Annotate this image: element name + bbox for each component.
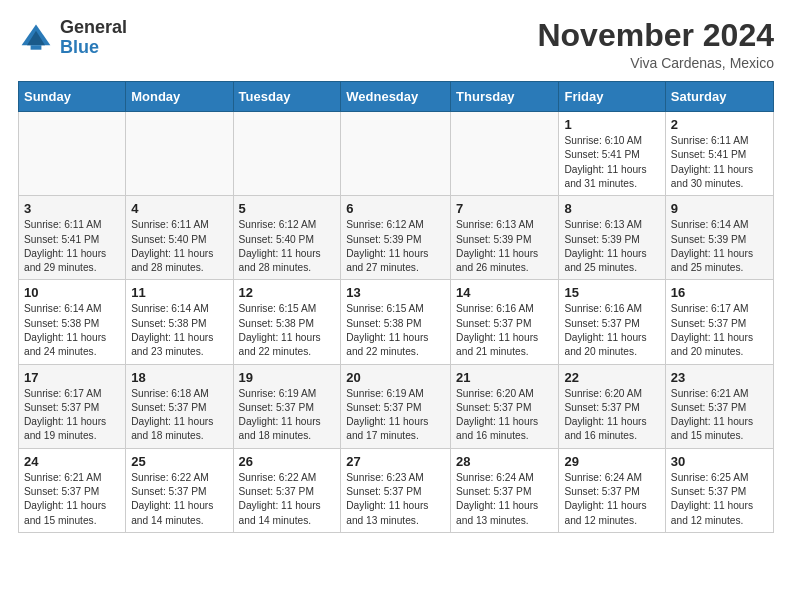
day-info: Sunrise: 6:11 AM Sunset: 5:40 PM Dayligh… [131, 218, 227, 275]
svg-rect-2 [31, 45, 42, 50]
day-cell: 21Sunrise: 6:20 AM Sunset: 5:37 PM Dayli… [451, 364, 559, 448]
day-cell: 10Sunrise: 6:14 AM Sunset: 5:38 PM Dayli… [19, 280, 126, 364]
day-cell [451, 112, 559, 196]
day-number: 30 [671, 454, 768, 469]
day-info: Sunrise: 6:15 AM Sunset: 5:38 PM Dayligh… [346, 302, 445, 359]
day-number: 19 [239, 370, 336, 385]
day-info: Sunrise: 6:20 AM Sunset: 5:37 PM Dayligh… [456, 387, 553, 444]
day-cell: 28Sunrise: 6:24 AM Sunset: 5:37 PM Dayli… [451, 448, 559, 532]
col-header-monday: Monday [126, 82, 233, 112]
day-cell: 13Sunrise: 6:15 AM Sunset: 5:38 PM Dayli… [341, 280, 451, 364]
day-info: Sunrise: 6:14 AM Sunset: 5:39 PM Dayligh… [671, 218, 768, 275]
day-info: Sunrise: 6:14 AM Sunset: 5:38 PM Dayligh… [131, 302, 227, 359]
day-cell: 18Sunrise: 6:18 AM Sunset: 5:37 PM Dayli… [126, 364, 233, 448]
day-number: 12 [239, 285, 336, 300]
day-cell: 19Sunrise: 6:19 AM Sunset: 5:37 PM Dayli… [233, 364, 341, 448]
day-info: Sunrise: 6:11 AM Sunset: 5:41 PM Dayligh… [671, 134, 768, 191]
day-info: Sunrise: 6:13 AM Sunset: 5:39 PM Dayligh… [456, 218, 553, 275]
day-number: 24 [24, 454, 120, 469]
logo-blue: Blue [60, 38, 127, 58]
day-number: 13 [346, 285, 445, 300]
day-info: Sunrise: 6:18 AM Sunset: 5:37 PM Dayligh… [131, 387, 227, 444]
day-number: 6 [346, 201, 445, 216]
day-number: 22 [564, 370, 659, 385]
day-number: 23 [671, 370, 768, 385]
day-cell: 22Sunrise: 6:20 AM Sunset: 5:37 PM Dayli… [559, 364, 665, 448]
day-info: Sunrise: 6:15 AM Sunset: 5:38 PM Dayligh… [239, 302, 336, 359]
day-cell: 17Sunrise: 6:17 AM Sunset: 5:37 PM Dayli… [19, 364, 126, 448]
day-info: Sunrise: 6:22 AM Sunset: 5:37 PM Dayligh… [131, 471, 227, 528]
day-number: 10 [24, 285, 120, 300]
calendar-header-row: SundayMondayTuesdayWednesdayThursdayFrid… [19, 82, 774, 112]
day-info: Sunrise: 6:10 AM Sunset: 5:41 PM Dayligh… [564, 134, 659, 191]
header: General Blue November 2024 Viva Cardenas… [18, 18, 774, 71]
day-cell: 4Sunrise: 6:11 AM Sunset: 5:40 PM Daylig… [126, 196, 233, 280]
day-number: 25 [131, 454, 227, 469]
day-cell: 6Sunrise: 6:12 AM Sunset: 5:39 PM Daylig… [341, 196, 451, 280]
day-number: 16 [671, 285, 768, 300]
day-cell: 15Sunrise: 6:16 AM Sunset: 5:37 PM Dayli… [559, 280, 665, 364]
col-header-sunday: Sunday [19, 82, 126, 112]
day-cell: 27Sunrise: 6:23 AM Sunset: 5:37 PM Dayli… [341, 448, 451, 532]
day-number: 11 [131, 285, 227, 300]
day-cell [19, 112, 126, 196]
day-cell [126, 112, 233, 196]
day-cell [341, 112, 451, 196]
day-cell: 5Sunrise: 6:12 AM Sunset: 5:40 PM Daylig… [233, 196, 341, 280]
day-number: 8 [564, 201, 659, 216]
logo-general: General [60, 18, 127, 38]
title-block: November 2024 Viva Cardenas, Mexico [537, 18, 774, 71]
day-info: Sunrise: 6:17 AM Sunset: 5:37 PM Dayligh… [24, 387, 120, 444]
day-info: Sunrise: 6:17 AM Sunset: 5:37 PM Dayligh… [671, 302, 768, 359]
day-cell: 9Sunrise: 6:14 AM Sunset: 5:39 PM Daylig… [665, 196, 773, 280]
day-number: 4 [131, 201, 227, 216]
day-cell: 1Sunrise: 6:10 AM Sunset: 5:41 PM Daylig… [559, 112, 665, 196]
day-number: 29 [564, 454, 659, 469]
day-number: 5 [239, 201, 336, 216]
day-info: Sunrise: 6:24 AM Sunset: 5:37 PM Dayligh… [564, 471, 659, 528]
day-cell: 26Sunrise: 6:22 AM Sunset: 5:37 PM Dayli… [233, 448, 341, 532]
day-cell: 14Sunrise: 6:16 AM Sunset: 5:37 PM Dayli… [451, 280, 559, 364]
day-number: 2 [671, 117, 768, 132]
day-cell: 29Sunrise: 6:24 AM Sunset: 5:37 PM Dayli… [559, 448, 665, 532]
col-header-thursday: Thursday [451, 82, 559, 112]
day-number: 7 [456, 201, 553, 216]
calendar: SundayMondayTuesdayWednesdayThursdayFrid… [18, 81, 774, 533]
logo: General Blue [18, 18, 127, 58]
day-cell: 12Sunrise: 6:15 AM Sunset: 5:38 PM Dayli… [233, 280, 341, 364]
day-number: 9 [671, 201, 768, 216]
day-info: Sunrise: 6:12 AM Sunset: 5:40 PM Dayligh… [239, 218, 336, 275]
day-info: Sunrise: 6:21 AM Sunset: 5:37 PM Dayligh… [24, 471, 120, 528]
week-row-2: 3Sunrise: 6:11 AM Sunset: 5:41 PM Daylig… [19, 196, 774, 280]
col-header-wednesday: Wednesday [341, 82, 451, 112]
day-info: Sunrise: 6:19 AM Sunset: 5:37 PM Dayligh… [239, 387, 336, 444]
day-number: 14 [456, 285, 553, 300]
day-number: 3 [24, 201, 120, 216]
day-info: Sunrise: 6:19 AM Sunset: 5:37 PM Dayligh… [346, 387, 445, 444]
day-info: Sunrise: 6:16 AM Sunset: 5:37 PM Dayligh… [564, 302, 659, 359]
day-info: Sunrise: 6:23 AM Sunset: 5:37 PM Dayligh… [346, 471, 445, 528]
day-info: Sunrise: 6:14 AM Sunset: 5:38 PM Dayligh… [24, 302, 120, 359]
day-cell: 25Sunrise: 6:22 AM Sunset: 5:37 PM Dayli… [126, 448, 233, 532]
day-info: Sunrise: 6:20 AM Sunset: 5:37 PM Dayligh… [564, 387, 659, 444]
day-number: 20 [346, 370, 445, 385]
day-info: Sunrise: 6:22 AM Sunset: 5:37 PM Dayligh… [239, 471, 336, 528]
day-number: 17 [24, 370, 120, 385]
col-header-tuesday: Tuesday [233, 82, 341, 112]
page: General Blue November 2024 Viva Cardenas… [0, 0, 792, 545]
day-cell: 24Sunrise: 6:21 AM Sunset: 5:37 PM Dayli… [19, 448, 126, 532]
day-info: Sunrise: 6:21 AM Sunset: 5:37 PM Dayligh… [671, 387, 768, 444]
day-info: Sunrise: 6:25 AM Sunset: 5:37 PM Dayligh… [671, 471, 768, 528]
day-number: 1 [564, 117, 659, 132]
logo-text: General Blue [60, 18, 127, 58]
page-subtitle: Viva Cardenas, Mexico [537, 55, 774, 71]
day-info: Sunrise: 6:13 AM Sunset: 5:39 PM Dayligh… [564, 218, 659, 275]
day-cell [233, 112, 341, 196]
logo-icon [18, 20, 54, 56]
day-cell: 2Sunrise: 6:11 AM Sunset: 5:41 PM Daylig… [665, 112, 773, 196]
day-cell: 11Sunrise: 6:14 AM Sunset: 5:38 PM Dayli… [126, 280, 233, 364]
col-header-saturday: Saturday [665, 82, 773, 112]
day-info: Sunrise: 6:24 AM Sunset: 5:37 PM Dayligh… [456, 471, 553, 528]
day-cell: 7Sunrise: 6:13 AM Sunset: 5:39 PM Daylig… [451, 196, 559, 280]
day-cell: 23Sunrise: 6:21 AM Sunset: 5:37 PM Dayli… [665, 364, 773, 448]
